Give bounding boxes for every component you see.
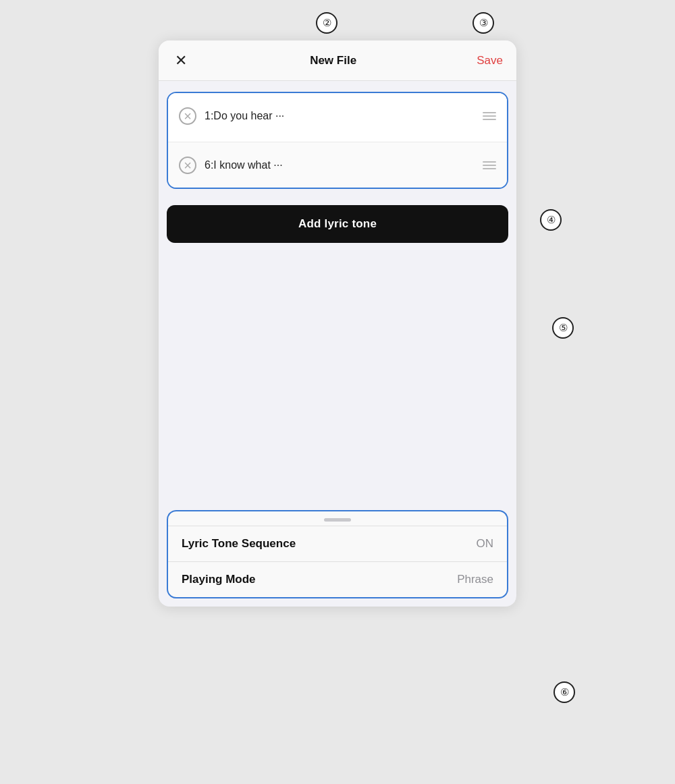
annotation-6: ⑥ xyxy=(554,681,575,703)
lyric-list: 1:Do you hear ··· 6:I know what ··· xyxy=(167,92,508,189)
remove-icon-2[interactable] xyxy=(179,157,196,174)
drag-bar xyxy=(324,518,351,522)
remove-icon-1[interactable] xyxy=(179,107,196,125)
lyric-tone-sequence-label: Lyric Tone Sequence xyxy=(182,537,296,551)
annotation-4: ④ xyxy=(540,209,562,231)
header: ✕ New File Save xyxy=(159,40,516,81)
add-lyric-tone-button[interactable]: Add lyric tone xyxy=(167,205,508,243)
annotation-5: ⑤ xyxy=(552,317,574,339)
add-button-wrapper: Add lyric tone xyxy=(159,197,516,254)
close-button[interactable]: ✕ xyxy=(172,51,190,71)
bottom-panel-handle[interactable] xyxy=(168,511,507,526)
bottom-panel: Lyric Tone Sequence ON Playing Mode Phra… xyxy=(167,510,508,598)
playing-mode-value: Phrase xyxy=(457,573,493,586)
page-wrapper: ① ② ③ ④ ⑤ ⑥ ✕ New File Save 1:Do you hea… xyxy=(0,0,675,784)
annotation-2: ② xyxy=(316,12,338,34)
lyric-item-2: 6:I know what ··· xyxy=(168,142,507,188)
setting-row-playing-mode[interactable]: Playing Mode Phrase xyxy=(168,561,507,597)
drag-handle-2[interactable] xyxy=(483,161,496,169)
main-content-area xyxy=(159,254,516,510)
lyric-text-2: 6:I know what ··· xyxy=(205,159,283,171)
playing-mode-label: Playing Mode xyxy=(182,573,256,586)
drag-handle-1[interactable] xyxy=(483,112,496,120)
annotation-3: ③ xyxy=(473,12,494,34)
lyric-text-1: 1:Do you hear ··· xyxy=(205,110,284,122)
header-title: New File xyxy=(310,54,356,67)
lyric-item-1: 1:Do you hear ··· xyxy=(168,93,507,139)
save-button[interactable]: Save xyxy=(477,54,503,67)
app-frame: ✕ New File Save 1:Do you hear ··· xyxy=(159,40,516,607)
setting-row-lyric-tone-sequence[interactable]: Lyric Tone Sequence ON xyxy=(168,526,507,561)
lyric-tone-sequence-value: ON xyxy=(477,537,494,551)
